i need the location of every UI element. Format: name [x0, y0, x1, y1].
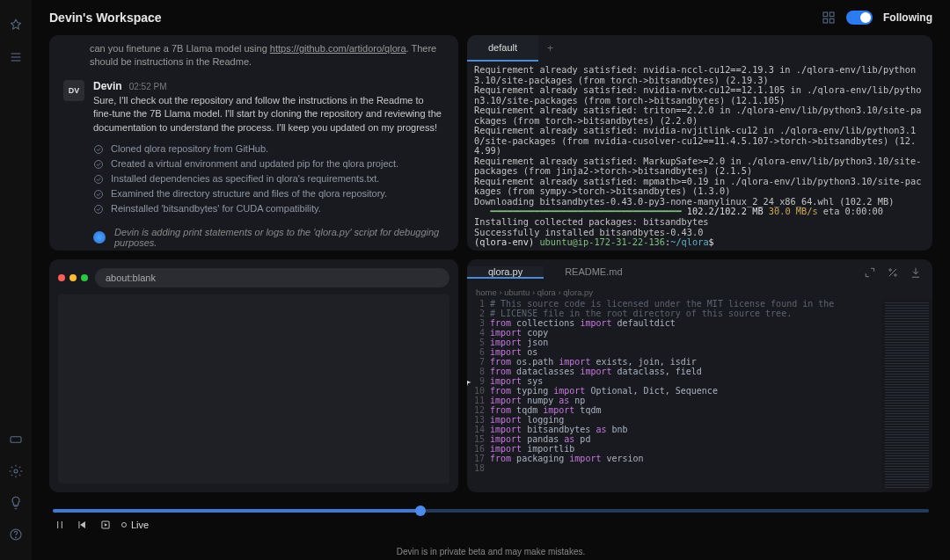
- following-toggle[interactable]: [846, 11, 873, 25]
- chat-message: DV Devin 02:52 PM Sure, I'll check out t…: [63, 80, 444, 248]
- step-item: Cloned qlora repository from GitHub.: [93, 143, 444, 155]
- step-item: Installed dependencies as specified in q…: [93, 173, 444, 185]
- terminal-tab-default[interactable]: default: [467, 35, 538, 62]
- timeline-thumb[interactable]: [415, 505, 426, 516]
- message-body: Sure, I'll check out the repository and …: [93, 94, 444, 135]
- grid-view-icon[interactable]: [822, 11, 836, 25]
- svg-rect-10: [829, 18, 834, 23]
- traffic-lights: [58, 274, 88, 281]
- expand-icon[interactable]: [864, 266, 876, 279]
- svg-line-16: [889, 269, 896, 276]
- svg-point-15: [95, 205, 103, 213]
- following-label: Following: [883, 11, 932, 24]
- bulb-icon[interactable]: [8, 495, 24, 511]
- logo-icon[interactable]: [8, 18, 24, 33]
- pause-button[interactable]: [53, 518, 67, 532]
- svg-point-4: [14, 469, 18, 473]
- playbar: Live: [49, 499, 932, 542]
- step-item: Created a virtual environment and update…: [93, 158, 444, 170]
- editor-tab[interactable]: qlora.py: [467, 266, 544, 279]
- svg-marker-24: [105, 523, 108, 527]
- browser-panel: [49, 259, 458, 492]
- repo-link[interactable]: https://github.com/artidoro/qlora: [270, 43, 406, 54]
- spinner-icon: [93, 231, 106, 244]
- gear-icon[interactable]: [8, 463, 24, 479]
- line-gutter: 123456789101112131415161718: [467, 299, 490, 492]
- timeline-track[interactable]: [53, 509, 929, 513]
- list-icon[interactable]: [8, 49, 24, 65]
- svg-point-18: [895, 274, 896, 276]
- svg-rect-9: [823, 18, 828, 23]
- terminal-add-tab[interactable]: +: [538, 35, 562, 62]
- percent-icon[interactable]: [887, 266, 899, 279]
- svg-point-13: [95, 175, 103, 183]
- avatar: DV: [63, 80, 84, 101]
- step-item: Examined the directory structure and fil…: [93, 188, 444, 200]
- svg-point-11: [95, 145, 103, 153]
- minimize-dot-icon[interactable]: [69, 274, 77, 281]
- skip-back-button[interactable]: [76, 518, 90, 532]
- help-icon[interactable]: [8, 527, 24, 542]
- svg-rect-3: [11, 437, 21, 443]
- svg-point-17: [889, 269, 891, 271]
- steps-list: Cloned qlora repository from GitHub.Crea…: [93, 143, 444, 215]
- step-item: Reinstalled 'bitsandbytes' for CUDA comp…: [93, 203, 444, 215]
- live-indicator[interactable]: Live: [121, 520, 149, 530]
- skip-forward-button[interactable]: [99, 518, 113, 532]
- close-dot-icon[interactable]: [58, 274, 65, 281]
- editor-panel: qlora.pyREADME.md home › ubuntu › qlora …: [467, 259, 932, 492]
- svg-point-14: [95, 190, 103, 198]
- message-author: Devin: [93, 80, 122, 92]
- chat-panel: can you finetune a 7B Llama model using …: [49, 35, 458, 251]
- code-area[interactable]: # This source code is licensed under the…: [490, 299, 881, 492]
- terminal-panel: default + Requirement already satisfied:…: [467, 35, 932, 251]
- left-rail: [0, 0, 32, 560]
- workspace-title: Devin's Workspace: [49, 11, 162, 25]
- footer-text: Devin is in private beta and may make mi…: [49, 542, 932, 560]
- svg-rect-7: [823, 12, 828, 17]
- activity-text: Devin is adding print statements or logs…: [114, 227, 444, 248]
- url-input[interactable]: [95, 268, 449, 287]
- svg-rect-8: [829, 12, 834, 17]
- svg-marker-21: [80, 521, 85, 528]
- browser-viewport[interactable]: [58, 295, 449, 484]
- svg-point-6: [16, 537, 17, 538]
- svg-point-12: [95, 160, 103, 168]
- maximize-dot-icon[interactable]: [81, 274, 88, 281]
- editor-tab[interactable]: README.md: [544, 266, 643, 279]
- header: Devin's Workspace Following: [49, 0, 932, 35]
- terminal-output[interactable]: Requirement already satisfied: nvidia-nc…: [467, 62, 932, 251]
- download-icon[interactable]: [910, 266, 922, 279]
- prev-message-fragment: can you finetune a 7B Llama model using …: [63, 42, 444, 69]
- message-time: 02:52 PM: [129, 82, 167, 91]
- live-dot-icon: [121, 522, 127, 527]
- activity-row: Devin is adding print statements or logs…: [93, 227, 444, 248]
- keyboard-icon[interactable]: [8, 432, 24, 447]
- minimap[interactable]: [881, 299, 932, 492]
- breadcrumb: home › ubuntu › qlora › qlora.py: [467, 286, 932, 299]
